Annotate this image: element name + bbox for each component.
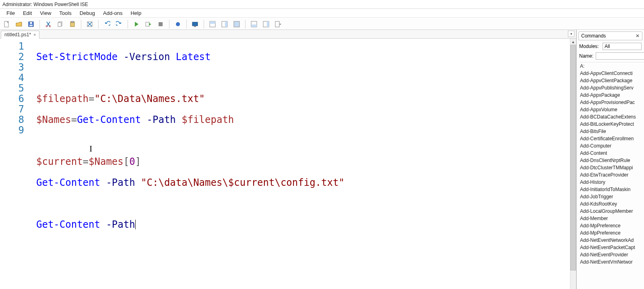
code-line[interactable]: $Names=Get-Content -Path $filepath — [36, 114, 576, 125]
run-icon[interactable] — [132, 20, 141, 29]
line-number: 9 — [0, 125, 24, 135]
code-line[interactable]: $filepath="C:\Data\Names.txt" — [36, 94, 576, 104]
command-item[interactable]: Add-NetEventProvider — [579, 251, 644, 258]
code-line[interactable]: $current=$Names[0] — [36, 156, 576, 167]
show-command-pane-icon[interactable] — [250, 20, 258, 29]
command-item[interactable]: Add-BitsFile — [579, 128, 644, 135]
command-item[interactable]: Add-Content — [579, 150, 644, 157]
menu-view[interactable]: View — [36, 9, 55, 17]
command-item[interactable]: Add-LocalGroupMember — [579, 208, 644, 215]
menu-help[interactable]: Help — [126, 9, 145, 17]
scrollbar-thumb[interactable] — [570, 45, 576, 270]
command-item[interactable]: Add-NetEventNetworkAd — [579, 237, 644, 244]
menu-file[interactable]: File — [2, 9, 19, 17]
line-number: 3 — [0, 62, 24, 73]
open-icon[interactable] — [14, 20, 23, 29]
code-line[interactable] — [36, 135, 576, 146]
command-item[interactable]: Add-AppxVolume — [579, 106, 644, 113]
line-number: 7 — [0, 104, 24, 114]
modules-select[interactable]: All — [603, 43, 642, 50]
show-script-right-icon[interactable] — [220, 20, 229, 29]
command-item[interactable]: Add-MpPreference — [579, 222, 644, 229]
show-script-max-icon[interactable] — [232, 20, 241, 29]
command-item[interactable]: Add-InitiatorIdToMaskin — [579, 186, 644, 193]
command-item[interactable]: Add-BitLockerKeyProtect — [579, 121, 644, 128]
name-input[interactable] — [596, 52, 644, 60]
new-icon[interactable] — [2, 20, 11, 29]
copy-icon[interactable] — [56, 20, 65, 29]
svg-rect-9 — [71, 21, 74, 23]
toolbar — [0, 18, 644, 30]
command-item[interactable]: Add-JobTrigger — [579, 193, 644, 200]
code-editor[interactable]: 1 2 3 4 5 6 7 8 9 Set-StrictMode -Versio… — [0, 39, 576, 289]
commands-panel: Commands ✕ Modules: All Name: A: Add-App… — [576, 30, 644, 289]
command-item[interactable]: Add-AppvClientPackage — [579, 77, 644, 84]
tab-close-icon[interactable]: × — [33, 33, 36, 37]
menu-addons[interactable]: Add-ons — [99, 9, 126, 17]
paste-icon[interactable] — [68, 20, 77, 29]
undo-icon[interactable] — [103, 20, 111, 29]
cut-icon[interactable] — [44, 20, 53, 29]
svg-rect-2 — [30, 22, 32, 24]
command-item[interactable]: Add-Computer — [579, 142, 644, 150]
toolbar-separator — [128, 20, 128, 29]
command-item[interactable]: Add-NetEventVmNetwor — [579, 258, 644, 266]
show-command-addon-icon[interactable] — [262, 20, 270, 29]
line-number: 2 — [0, 52, 24, 62]
command-item[interactable]: Add-AppvPublishingServ — [579, 84, 644, 91]
commands-title: Commands — [581, 33, 606, 39]
command-item[interactable]: Add-AppvClientConnecti — [579, 70, 644, 77]
clear-icon[interactable] — [85, 20, 94, 29]
line-number: 5 — [0, 83, 24, 94]
line-number: 8 — [0, 114, 24, 125]
command-item[interactable]: Add-EtwTraceProvider — [579, 171, 644, 179]
command-item[interactable]: Add-Member — [579, 215, 644, 222]
command-item[interactable]: Add-KdsRootKey — [579, 200, 644, 208]
vertical-scrollbar[interactable]: ▲ — [570, 39, 576, 289]
code-line[interactable] — [36, 198, 576, 209]
toolbar-separator — [204, 20, 204, 29]
svg-rect-7 — [58, 23, 61, 27]
save-icon[interactable] — [27, 20, 35, 29]
title-bar: Administrator: Windows PowerShell ISE — [0, 0, 644, 9]
commands-list[interactable]: A: Add-AppvClientConnecti Add-AppvClient… — [579, 62, 644, 289]
menu-tools[interactable]: Tools — [55, 9, 75, 17]
menu-edit[interactable]: Edit — [19, 9, 36, 17]
menu-bar: File Edit View Tools Debug Add-ons Help — [0, 9, 644, 18]
svg-rect-20 — [234, 21, 239, 27]
remote-icon[interactable] — [191, 20, 200, 29]
run-selection-icon[interactable] — [144, 20, 153, 29]
breakpoint-icon[interactable] — [173, 20, 182, 29]
tab-label: ntitled1.ps1* — [4, 32, 31, 37]
svg-rect-11 — [146, 22, 149, 26]
code-line[interactable]: Set-StrictMode -Version Latest — [36, 52, 576, 62]
code-area[interactable]: Set-StrictMode -Version Latest $filepath… — [30, 39, 576, 289]
script-tab[interactable]: ntitled1.ps1* × — [1, 31, 39, 39]
workspace: ntitled1.ps1* × ▾ 1 2 3 4 5 6 7 8 9 Set-… — [0, 30, 644, 289]
command-item[interactable]: Add-CertificateEnrollmen — [579, 135, 644, 142]
command-item[interactable]: Add-AppxPackage — [579, 91, 644, 99]
command-item[interactable]: Add-NetEventPacketCapt — [579, 244, 644, 251]
code-line[interactable] — [36, 73, 576, 83]
command-item[interactable]: Add-DnsClientNrptRule — [579, 157, 644, 164]
command-item[interactable]: Add-BCDataCacheExtens — [579, 113, 644, 121]
commands-close-icon[interactable]: ✕ — [636, 33, 640, 39]
show-script-top-icon[interactable] — [208, 20, 217, 29]
script-dropdown-icon[interactable]: ▾ — [568, 31, 574, 37]
code-line[interactable]: Get-Content -Path "C:\data\Names\$curren… — [36, 177, 576, 188]
text-cursor-icon: I — [89, 143, 92, 154]
redo-icon[interactable] — [115, 20, 124, 29]
command-item[interactable]: Add-History — [579, 179, 644, 186]
menu-debug[interactable]: Debug — [76, 9, 99, 17]
command-item[interactable]: A: — [579, 62, 644, 70]
scroll-up-icon[interactable]: ▲ — [570, 39, 576, 45]
command-item[interactable]: Add-AppxProvisionedPac — [579, 99, 644, 106]
show-command-window-icon[interactable] — [274, 20, 283, 29]
code-line[interactable]: Get-Content -Path — [36, 219, 576, 230]
command-item[interactable]: Add-DtcClusterTMMappi — [579, 164, 644, 171]
toolbar-separator — [186, 20, 187, 29]
command-item[interactable]: Add-MpPreference — [579, 229, 644, 237]
svg-rect-12 — [159, 22, 163, 26]
stop-icon[interactable] — [156, 20, 165, 29]
svg-rect-17 — [210, 21, 215, 24]
